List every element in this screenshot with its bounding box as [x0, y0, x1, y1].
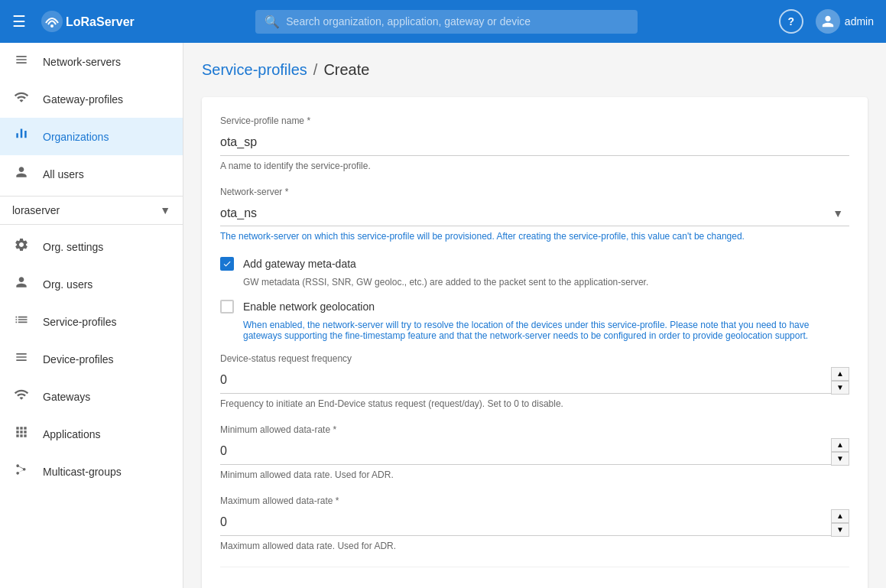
network-server-hint: The network-server on which this service… — [220, 231, 849, 242]
max-data-rate-spinners: ▲ ▼ — [831, 509, 849, 537]
device-status-spinners: ▲ ▼ — [831, 367, 849, 395]
org-users-icon — [12, 275, 31, 294]
sidebar-item-org-settings[interactable]: Org. settings — [0, 228, 183, 265]
max-data-rate-group: Maximum allowed data-rate * ▲ ▼ Maximum … — [220, 495, 849, 551]
max-data-rate-up[interactable]: ▲ — [831, 509, 849, 523]
form-card: Service-profile name * A name to identif… — [202, 97, 868, 588]
topbar-right: ? admin — [779, 9, 874, 34]
enable-geolocation-checkbox[interactable] — [220, 300, 234, 313]
service-profile-name-hint: A name to identify the service-profile. — [220, 161, 849, 171]
sidebar-label-network-servers: Network-servers — [43, 56, 121, 68]
min-data-rate-hint: Minimum allowed data rate. Used for ADR. — [220, 469, 849, 480]
network-server-label: Network-server * — [220, 187, 849, 197]
device-status-hint: Frequency to initiate an End-Device stat… — [220, 398, 849, 409]
add-gateway-meta-label: Add gateway meta-data — [243, 258, 356, 270]
org-dropdown[interactable]: loraserver ▼ — [0, 196, 183, 225]
min-data-rate-group: Minimum allowed data-rate * ▲ ▼ Minimum … — [220, 424, 849, 480]
org-name: loraserver — [12, 204, 154, 216]
max-data-rate-label: Maximum allowed data-rate * — [220, 495, 849, 506]
search-icon: 🔍 — [265, 15, 280, 29]
main-layout: Network-servers Gateway-profiles Organiz… — [0, 43, 886, 588]
max-data-rate-input[interactable] — [220, 509, 849, 536]
sidebar-label-service-profiles: Service-profiles — [43, 316, 116, 328]
service-profile-name-input[interactable] — [220, 129, 849, 156]
network-servers-icon — [12, 52, 31, 71]
network-server-group: Network-server * ota_ns ▼ The network-se… — [220, 187, 849, 242]
sidebar-label-org-settings: Org. settings — [43, 241, 103, 253]
add-gateway-meta-row[interactable]: Add gateway meta-data — [220, 257, 849, 271]
sidebar-label-organizations: Organizations — [43, 131, 109, 143]
breadcrumb-current: Create — [323, 61, 369, 79]
service-profile-name-label: Service-profile name * — [220, 115, 849, 126]
min-data-rate-up[interactable]: ▲ — [831, 438, 849, 452]
sidebar: Network-servers Gateway-profiles Organiz… — [0, 43, 183, 588]
sidebar-label-gateway-profiles: Gateway-profiles — [43, 93, 123, 106]
service-profiles-icon — [12, 312, 31, 331]
search-input[interactable] — [286, 15, 628, 28]
multicast-groups-icon — [12, 462, 31, 481]
sidebar-item-gateway-profiles[interactable]: Gateway-profiles — [0, 80, 183, 118]
network-server-select-wrapper: ota_ns ▼ — [220, 200, 849, 226]
applications-icon — [12, 424, 31, 443]
add-gateway-meta-hint: GW metadata (RSSI, SNR, GW geoloc., etc.… — [243, 277, 849, 288]
search-bar[interactable]: 🔍 — [255, 10, 638, 34]
sidebar-item-org-users[interactable]: Org. users — [0, 265, 183, 303]
enable-geolocation-row[interactable]: Enable network geolocation — [220, 300, 849, 313]
chevron-down-icon: ▼ — [160, 204, 170, 216]
avatar — [816, 9, 840, 34]
all-users-icon — [12, 164, 31, 184]
device-status-label: Device-status request frequency — [220, 353, 849, 364]
enable-geolocation-hint: When enabled, the network-server will tr… — [243, 320, 849, 341]
max-data-rate-hint: Maximum allowed data rate. Used for ADR. — [220, 541, 849, 551]
max-data-rate-down[interactable]: ▼ — [831, 523, 849, 537]
sidebar-label-applications: Applications — [43, 428, 101, 440]
sidebar-item-gateways[interactable]: Gateways — [0, 378, 183, 415]
min-data-rate-input-wrapper: ▲ ▼ — [220, 438, 849, 465]
device-profiles-icon — [12, 349, 31, 369]
sidebar-label-org-users: Org. users — [43, 278, 92, 291]
network-server-select[interactable]: ota_ns — [220, 200, 849, 226]
sidebar-label-all-users: All users — [43, 168, 84, 180]
device-status-up[interactable]: ▲ — [831, 367, 849, 381]
sidebar-item-network-servers[interactable]: Network-servers — [0, 43, 183, 80]
organizations-icon — [12, 127, 31, 146]
gateway-profiles-icon — [12, 89, 31, 109]
device-status-down[interactable]: ▼ — [831, 381, 849, 395]
sidebar-label-gateways: Gateways — [43, 391, 90, 403]
enable-geolocation-label: Enable network geolocation — [243, 300, 375, 313]
sidebar-item-service-profiles[interactable]: Service-profiles — [0, 303, 183, 340]
topbar: ☰ LoRaServer 🔍 ? admin — [0, 0, 886, 43]
service-profile-name-group: Service-profile name * A name to identif… — [220, 115, 849, 171]
breadcrumb-parent-link[interactable]: Service-profiles — [202, 61, 307, 79]
sidebar-item-all-users[interactable]: All users — [0, 155, 183, 193]
sidebar-label-device-profiles: Device-profiles — [43, 353, 114, 365]
logo: LoRaServer — [38, 8, 161, 35]
gateways-icon — [12, 387, 31, 406]
breadcrumb-separator: / — [313, 61, 318, 79]
device-status-input[interactable] — [220, 367, 849, 394]
max-data-rate-input-wrapper: ▲ ▼ — [220, 509, 849, 536]
sidebar-label-multicast-groups: Multicast-groups — [43, 466, 122, 478]
user-menu[interactable]: admin — [816, 9, 874, 34]
breadcrumb: Service-profiles / Create — [202, 61, 868, 79]
settings-icon — [12, 237, 31, 256]
sidebar-item-organizations[interactable]: Organizations — [0, 118, 183, 155]
content-area: Service-profiles / Create Service-profil… — [183, 43, 886, 588]
form-actions: CREATE SERVICE-PROFILE — [220, 567, 849, 588]
device-status-input-wrapper: ▲ ▼ — [220, 367, 849, 394]
menu-icon[interactable]: ☰ — [12, 12, 26, 31]
min-data-rate-input[interactable] — [220, 438, 849, 465]
device-status-group: Device-status request frequency ▲ ▼ Freq… — [220, 353, 849, 409]
help-button[interactable]: ? — [779, 9, 803, 34]
min-data-rate-spinners: ▲ ▼ — [831, 438, 849, 466]
svg-text:LoRaServer: LoRaServer — [66, 15, 135, 28]
min-data-rate-label: Minimum allowed data-rate * — [220, 424, 849, 435]
min-data-rate-down[interactable]: ▼ — [831, 452, 849, 466]
svg-point-1 — [50, 24, 54, 28]
add-gateway-meta-checkbox[interactable] — [220, 257, 234, 271]
sidebar-item-device-profiles[interactable]: Device-profiles — [0, 340, 183, 378]
username-label: admin — [845, 15, 874, 28]
sidebar-item-multicast-groups[interactable]: Multicast-groups — [0, 453, 183, 490]
create-service-profile-button[interactable]: CREATE SERVICE-PROFILE — [675, 580, 849, 588]
sidebar-item-applications[interactable]: Applications — [0, 415, 183, 453]
